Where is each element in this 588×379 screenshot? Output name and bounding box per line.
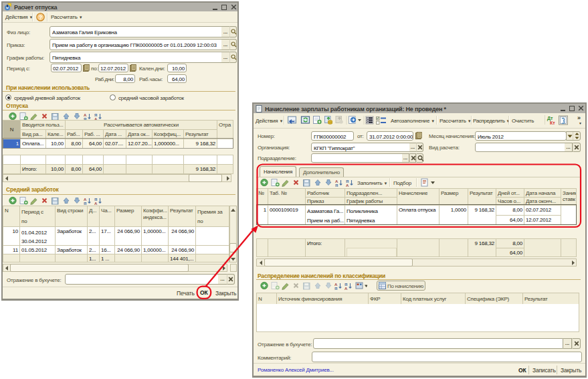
svg-text:Я: Я — [334, 287, 337, 291]
svg-text:Я: Я — [335, 183, 338, 187]
svg-text:?: ? — [39, 14, 42, 21]
svg-text:Кт: Кт — [550, 121, 555, 125]
svg-text:А: А — [345, 287, 348, 291]
svg-text:А: А — [346, 183, 349, 187]
svg-text:Я: Я — [84, 202, 86, 206]
svg-text:А: А — [94, 202, 98, 206]
